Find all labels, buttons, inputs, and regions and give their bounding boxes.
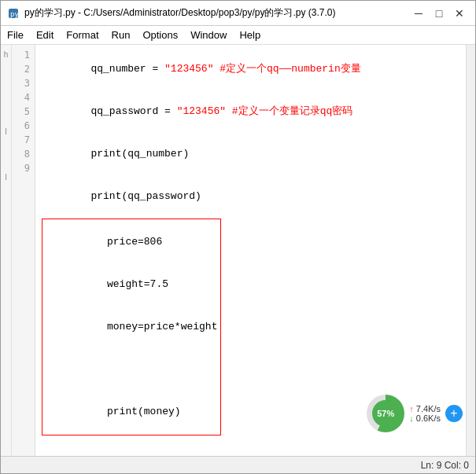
code-line-1: qq_number = "123456" #定义一个qq——numberin变量 bbox=[42, 48, 459, 90]
close-button[interactable]: ✕ bbox=[450, 6, 469, 21]
editor-container: h l l 1 2 3 4 5 6 7 8 9 qq_number = "123… bbox=[1, 45, 475, 456]
code-line-4: print(qq_password) bbox=[42, 175, 459, 218]
add-network-button[interactable]: + bbox=[445, 405, 463, 422]
title-bar-left: py py的学习.py - C:/Users/Administrator/Des… bbox=[7, 6, 335, 20]
menu-format[interactable]: Format bbox=[60, 26, 105, 44]
menu-bar: File Edit Format Run Options Window Help bbox=[1, 26, 475, 45]
code-box: price=806 weight=7.5 money=price*weight … bbox=[42, 219, 221, 435]
network-stats: ↑ 7.4K/s ↓ 0.6K/s bbox=[409, 404, 441, 423]
window-title: py的学习.py - C:/Users/Administrator/Deskto… bbox=[24, 6, 335, 20]
status-bar: Ln: 9 Col: 0 bbox=[1, 456, 475, 473]
download-icon: ↓ bbox=[409, 413, 414, 423]
code-line-9: print(money) bbox=[46, 391, 217, 433]
scrollbar-right[interactable] bbox=[466, 45, 475, 456]
code-line-3: print(qq_number) bbox=[42, 133, 459, 175]
title-bar: py py的学习.py - C:/Users/Administrator/Des… bbox=[1, 1, 475, 26]
code-line-8 bbox=[46, 348, 217, 391]
upload-stat: ↑ 7.4K/s bbox=[409, 404, 441, 413]
download-stat: ↓ 0.6K/s bbox=[409, 413, 441, 423]
menu-options[interactable]: Options bbox=[136, 26, 184, 44]
menu-edit[interactable]: Edit bbox=[30, 26, 60, 44]
python-icon: py bbox=[7, 7, 20, 20]
main-window: py py的学习.py - C:/Users/Administrator/Des… bbox=[0, 0, 476, 474]
line-numbers: 1 2 3 4 5 6 7 8 9 bbox=[12, 45, 35, 456]
menu-window[interactable]: Window bbox=[184, 26, 233, 44]
code-line-5: price=806 bbox=[46, 221, 217, 263]
status-text: Ln: 9 Col: 0 bbox=[421, 460, 469, 471]
window-controls: ─ □ ✕ bbox=[409, 6, 469, 21]
code-line-7: money=price*weight bbox=[46, 306, 217, 348]
minimize-button[interactable]: ─ bbox=[409, 6, 428, 21]
code-line-6: weight=7.5 bbox=[46, 263, 217, 306]
left-sidebar: h l l bbox=[1, 45, 12, 456]
code-line-2: qq_password = "123456" #定义一个变量记录qq密码 bbox=[42, 90, 459, 133]
network-widget: 57% ↑ 7.4K/s ↓ 0.6K/s + bbox=[367, 395, 463, 432]
cpu-percent-label: 57% bbox=[372, 400, 399, 427]
menu-file[interactable]: File bbox=[1, 26, 30, 44]
code-line-10 bbox=[42, 435, 459, 450]
upload-icon: ↑ bbox=[409, 404, 414, 413]
maximize-button[interactable]: □ bbox=[430, 6, 448, 21]
svg-text:py: py bbox=[10, 10, 19, 18]
cpu-usage-circle: 57% bbox=[367, 395, 404, 432]
menu-run[interactable]: Run bbox=[105, 26, 137, 44]
menu-help[interactable]: Help bbox=[233, 26, 267, 44]
